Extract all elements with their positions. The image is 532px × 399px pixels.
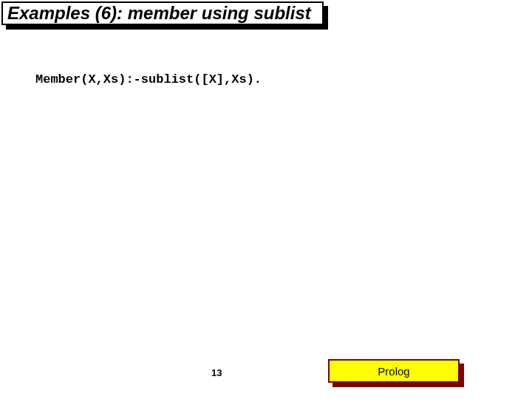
code-line: Member(X,Xs):-sublist([X],Xs).	[35, 72, 262, 86]
badge-box: Prolog	[328, 359, 460, 383]
page-number: 13	[211, 367, 222, 378]
slide-title: Examples (6): member using sublist	[7, 3, 311, 24]
title-box: Examples (6): member using sublist	[1, 1, 324, 25]
badge-label: Prolog	[378, 365, 409, 378]
